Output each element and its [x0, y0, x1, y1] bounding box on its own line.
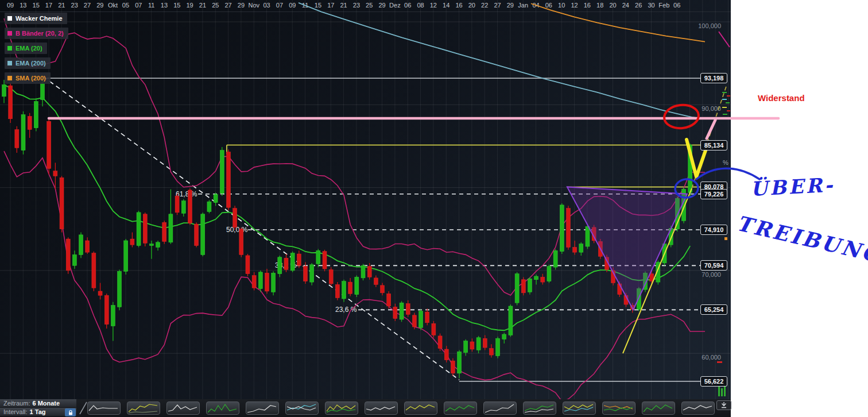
- handwriting-annotation: TREIBUNG: [734, 211, 868, 268]
- date-label: 17: [45, 2, 52, 9]
- legend-swatch-icon: [7, 76, 12, 80]
- legend-item-3[interactable]: EMA (200): [5, 57, 51, 69]
- chart-style-thumbnail-14[interactable]: [602, 401, 636, 415]
- date-label: 20: [468, 2, 475, 9]
- legend-item-label: B Bänder (20, 2): [16, 30, 64, 37]
- date-label: Okt: [108, 2, 118, 9]
- thumbnail-sparkline-icon: [246, 402, 278, 414]
- date-label: 21: [340, 2, 347, 9]
- intervall-label: Intervall:: [3, 408, 28, 415]
- legend-item-2[interactable]: EMA (20): [5, 43, 47, 54]
- date-label: Nov: [248, 2, 259, 9]
- thumbnail-sparkline-icon: [682, 402, 714, 414]
- date-label: 29: [96, 2, 103, 9]
- date-label: 07: [276, 2, 283, 9]
- date-label: 06: [545, 2, 552, 9]
- date-label: 25: [212, 2, 219, 9]
- price-gridline-label: 100,000: [681, 22, 721, 30]
- thumbnail-sparkline-icon: [207, 402, 239, 414]
- thumbnail-sparkline-icon: [286, 402, 318, 414]
- lock-icon: [68, 410, 73, 416]
- date-axis[interactable]: 0913151721232729Okt05071113151921252729N…: [0, 0, 731, 12]
- date-label: 11: [302, 2, 308, 9]
- date-label: Jan: [518, 2, 528, 9]
- legend-swatch-icon: [7, 31, 12, 36]
- chart-style-thumbnail-6[interactable]: [285, 401, 319, 415]
- date-label: 04: [532, 2, 539, 9]
- date-label: 27: [494, 2, 501, 9]
- date-label: 16: [455, 2, 462, 9]
- chart-style-thumbnail-16[interactable]: [681, 401, 715, 415]
- chart-background[interactable]: [0, 0, 731, 417]
- legend-swatch-icon: [7, 46, 12, 51]
- date-label: 05: [122, 2, 129, 9]
- zeitraum-setting[interactable]: Zeitraum:6 Monate: [0, 399, 76, 408]
- chart-style-thumbnail-7[interactable]: [325, 401, 358, 415]
- collapse-arrow-icon: [720, 402, 728, 408]
- date-label: 11: [148, 2, 154, 9]
- chart-style-thumbnail-9[interactable]: [404, 401, 437, 415]
- thumbnail-sparkline-icon: [127, 402, 160, 414]
- chart-style-thumbnail-5[interactable]: [246, 401, 279, 415]
- date-label: 09: [289, 2, 296, 9]
- date-label: 08: [417, 2, 424, 9]
- date-label: 18: [596, 2, 603, 9]
- date-label: 16: [584, 2, 591, 9]
- price-gridline-label: 60,000: [681, 354, 721, 362]
- handwriting-annotation: ÜBER-: [750, 173, 835, 200]
- legend-item-1[interactable]: B Bänder (20, 2): [5, 28, 68, 39]
- zeitraum-label: Zeitraum:: [3, 400, 30, 407]
- date-label: 15: [33, 2, 40, 9]
- date-label: 27: [84, 2, 91, 9]
- chart-style-thumbnail-11[interactable]: [483, 401, 517, 415]
- price-level-label: 65,254: [700, 304, 727, 315]
- chart-style-thumbnail-8[interactable]: [365, 401, 398, 415]
- legend-item-4[interactable]: SMA (200): [5, 72, 51, 84]
- chart-style-thumbnail-3[interactable]: [166, 401, 200, 415]
- price-gridline-label: 90,000: [681, 105, 721, 113]
- date-label: 29: [507, 2, 514, 9]
- thumbnail-sparkline-icon: [167, 402, 199, 414]
- date-label: 26: [635, 2, 642, 9]
- annotation-margin: [731, 0, 868, 417]
- thumbnail-sparkline-icon: [603, 402, 635, 414]
- date-label: 27: [224, 2, 231, 9]
- date-label: 07: [135, 2, 142, 9]
- chart-style-thumbnail-2[interactable]: [127, 401, 160, 415]
- legend-item-label: EMA (20): [16, 45, 42, 52]
- app-window: 0913151721232729Okt05071113151921252729N…: [0, 0, 868, 417]
- chart-style-thumbnail-15[interactable]: [642, 401, 675, 415]
- date-label: 20: [609, 2, 616, 9]
- thumbnail-sparkline-icon: [563, 402, 595, 414]
- chart-style-thumbnail-13[interactable]: [563, 401, 596, 415]
- chart-style-thumbnail-1[interactable]: [87, 401, 121, 415]
- date-label: 19: [186, 2, 193, 9]
- thumbnail-sparkline-icon: [405, 402, 437, 414]
- date-label: 09: [7, 2, 14, 9]
- thumbnail-sparkline-icon: [326, 402, 358, 414]
- date-label: 10: [558, 2, 565, 9]
- date-label: 03: [263, 2, 270, 9]
- chart-style-thumbnail-12[interactable]: [523, 401, 556, 415]
- price-level-label: 70,594: [700, 260, 727, 271]
- thumbnail-sparkline-icon: [642, 402, 675, 414]
- chart-style-thumbnail-4[interactable]: [206, 401, 239, 415]
- date-label: 24: [622, 2, 629, 9]
- price-level-label: 56,622: [700, 376, 727, 387]
- intervall-setting[interactable]: Intervall:1 Tag: [0, 408, 76, 416]
- chart-style-thumbnail-10[interactable]: [444, 401, 477, 415]
- thumbnail-sparkline-icon: [365, 402, 397, 414]
- intervall-value: 1 Tag: [30, 408, 46, 415]
- date-label: 21: [199, 2, 206, 9]
- thumbnail-sparkline-icon: [524, 402, 556, 414]
- bottom-toolbar: Zeitraum:6 Monate Intervall:1 Tag: [0, 399, 731, 417]
- price-level-label: 93,198: [700, 73, 727, 83]
- collapse-panel-button[interactable]: [716, 400, 731, 410]
- date-label: 13: [161, 2, 168, 9]
- thumbnail-sparkline-icon: [484, 402, 516, 414]
- price-level-label: 79,226: [700, 189, 727, 199]
- legend-item-label: Wacker Chemie: [16, 15, 63, 22]
- lock-button[interactable]: [65, 408, 76, 416]
- legend-item-0[interactable]: Wacker Chemie: [5, 13, 67, 24]
- date-label: 06: [673, 2, 680, 9]
